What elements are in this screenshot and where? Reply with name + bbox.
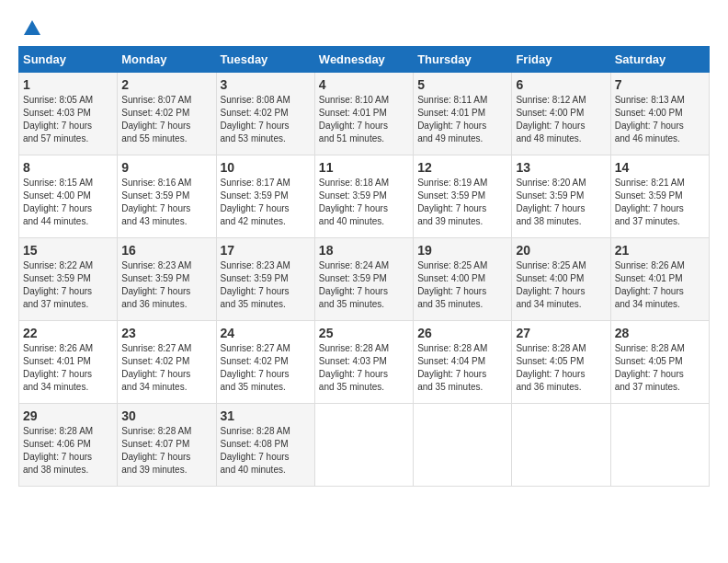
- day-number: 30: [121, 408, 211, 423]
- calendar-cell: 28Sunrise: 8:28 AM Sunset: 4:05 PM Dayli…: [610, 321, 709, 404]
- day-number: 10: [221, 160, 311, 175]
- day-number: 12: [417, 160, 507, 175]
- calendar-cell: 1Sunrise: 8:05 AM Sunset: 4:03 PM Daylig…: [19, 73, 118, 155]
- day-info: Sunrise: 8:28 AM Sunset: 4:08 PM Dayligh…: [221, 425, 311, 477]
- calendar-cell: 5Sunrise: 8:11 AM Sunset: 4:01 PM Daylig…: [414, 73, 512, 155]
- day-info: Sunrise: 8:10 AM Sunset: 4:01 PM Dayligh…: [319, 94, 409, 145]
- day-number: 8: [23, 160, 113, 175]
- day-info: Sunrise: 8:25 AM Sunset: 4:00 PM Dayligh…: [516, 259, 606, 311]
- day-number: 23: [121, 326, 211, 340]
- day-info: Sunrise: 8:11 AM Sunset: 4:01 PM Dayligh…: [417, 94, 507, 145]
- calendar-table: SundayMondayTuesdayWednesdayThursdayFrid…: [18, 46, 710, 487]
- day-number: 16: [121, 243, 211, 258]
- day-number: 24: [221, 326, 311, 340]
- day-info: Sunrise: 8:28 AM Sunset: 4:05 PM Dayligh…: [516, 342, 606, 394]
- day-number: 6: [516, 77, 606, 92]
- header-cell-wednesday: Wednesday: [314, 47, 413, 73]
- calendar-cell: 27Sunrise: 8:28 AM Sunset: 4:05 PM Dayli…: [512, 321, 610, 404]
- day-info: Sunrise: 8:13 AM Sunset: 4:00 PM Dayligh…: [615, 94, 705, 145]
- day-info: Sunrise: 8:19 AM Sunset: 3:59 PM Dayligh…: [417, 177, 507, 228]
- day-number: 19: [417, 243, 507, 258]
- day-number: 5: [417, 77, 507, 92]
- header-cell-friday: Friday: [512, 47, 610, 73]
- calendar-cell: 11Sunrise: 8:18 AM Sunset: 3:59 PM Dayli…: [314, 155, 413, 238]
- day-info: Sunrise: 8:27 AM Sunset: 4:02 PM Dayligh…: [221, 342, 311, 394]
- day-number: 15: [23, 243, 113, 258]
- day-info: Sunrise: 8:28 AM Sunset: 4:06 PM Dayligh…: [23, 425, 113, 477]
- calendar-cell: 23Sunrise: 8:27 AM Sunset: 4:02 PM Dayli…: [118, 321, 216, 404]
- calendar-cell: 22Sunrise: 8:26 AM Sunset: 4:01 PM Dayli…: [19, 321, 118, 404]
- calendar-cell: 6Sunrise: 8:12 AM Sunset: 4:00 PM Daylig…: [512, 73, 610, 155]
- day-number: 29: [23, 408, 113, 423]
- day-number: 31: [221, 408, 311, 423]
- calendar-cell: 26Sunrise: 8:28 AM Sunset: 4:04 PM Dayli…: [414, 321, 512, 404]
- day-info: Sunrise: 8:28 AM Sunset: 4:07 PM Dayligh…: [121, 425, 211, 477]
- calendar-week-row: 29Sunrise: 8:28 AM Sunset: 4:06 PM Dayli…: [19, 404, 710, 487]
- day-info: Sunrise: 8:20 AM Sunset: 3:59 PM Dayligh…: [516, 177, 606, 228]
- calendar-cell: 31Sunrise: 8:28 AM Sunset: 4:08 PM Dayli…: [216, 404, 314, 487]
- calendar-cell: 3Sunrise: 8:08 AM Sunset: 4:02 PM Daylig…: [216, 73, 314, 155]
- calendar-cell: [414, 404, 512, 487]
- day-info: Sunrise: 8:12 AM Sunset: 4:00 PM Dayligh…: [516, 94, 606, 145]
- header-cell-thursday: Thursday: [414, 47, 512, 73]
- calendar-cell: 17Sunrise: 8:23 AM Sunset: 3:59 PM Dayli…: [216, 238, 314, 321]
- calendar-cell: [314, 404, 413, 487]
- day-info: Sunrise: 8:18 AM Sunset: 3:59 PM Dayligh…: [319, 177, 409, 228]
- calendar-week-row: 15Sunrise: 8:22 AM Sunset: 3:59 PM Dayli…: [19, 238, 710, 321]
- day-number: 9: [121, 160, 211, 175]
- day-number: 27: [516, 326, 606, 340]
- day-number: 13: [516, 160, 606, 175]
- header-cell-tuesday: Tuesday: [216, 47, 314, 73]
- calendar-cell: 14Sunrise: 8:21 AM Sunset: 3:59 PM Dayli…: [610, 155, 709, 238]
- calendar-cell: [512, 404, 610, 487]
- header-cell-monday: Monday: [118, 47, 216, 73]
- day-info: Sunrise: 8:26 AM Sunset: 4:01 PM Dayligh…: [23, 342, 113, 394]
- day-info: Sunrise: 8:08 AM Sunset: 4:02 PM Dayligh…: [221, 94, 311, 145]
- day-info: Sunrise: 8:27 AM Sunset: 4:02 PM Dayligh…: [121, 342, 211, 394]
- day-info: Sunrise: 8:25 AM Sunset: 4:00 PM Dayligh…: [417, 259, 507, 311]
- logo-icon: [22, 18, 42, 39]
- calendar-cell: 9Sunrise: 8:16 AM Sunset: 3:59 PM Daylig…: [118, 155, 216, 238]
- calendar-cell: 13Sunrise: 8:20 AM Sunset: 3:59 PM Dayli…: [512, 155, 610, 238]
- day-info: Sunrise: 8:22 AM Sunset: 3:59 PM Dayligh…: [23, 259, 113, 311]
- day-info: Sunrise: 8:21 AM Sunset: 3:59 PM Dayligh…: [615, 177, 705, 228]
- calendar-cell: 25Sunrise: 8:28 AM Sunset: 4:03 PM Dayli…: [314, 321, 413, 404]
- day-number: 22: [23, 326, 113, 340]
- logo: [18, 18, 42, 39]
- calendar-cell: 8Sunrise: 8:15 AM Sunset: 4:00 PM Daylig…: [19, 155, 118, 238]
- calendar-cell: 30Sunrise: 8:28 AM Sunset: 4:07 PM Dayli…: [118, 404, 216, 487]
- day-number: 4: [319, 77, 409, 92]
- day-number: 18: [319, 243, 409, 258]
- calendar-week-row: 22Sunrise: 8:26 AM Sunset: 4:01 PM Dayli…: [19, 321, 710, 404]
- day-number: 28: [615, 326, 705, 340]
- day-info: Sunrise: 8:26 AM Sunset: 4:01 PM Dayligh…: [615, 259, 705, 311]
- page-header: [18, 18, 710, 39]
- day-info: Sunrise: 8:17 AM Sunset: 3:59 PM Dayligh…: [221, 177, 311, 228]
- day-info: Sunrise: 8:23 AM Sunset: 3:59 PM Dayligh…: [221, 259, 311, 311]
- day-number: 1: [23, 77, 113, 92]
- calendar-cell: 4Sunrise: 8:10 AM Sunset: 4:01 PM Daylig…: [314, 73, 413, 155]
- svg-marker-0: [24, 20, 40, 35]
- calendar-cell: 24Sunrise: 8:27 AM Sunset: 4:02 PM Dayli…: [216, 321, 314, 404]
- day-info: Sunrise: 8:28 AM Sunset: 4:04 PM Dayligh…: [417, 342, 507, 394]
- day-info: Sunrise: 8:16 AM Sunset: 3:59 PM Dayligh…: [121, 177, 211, 228]
- day-number: 2: [121, 77, 211, 92]
- day-info: Sunrise: 8:07 AM Sunset: 4:02 PM Dayligh…: [121, 94, 211, 145]
- day-number: 25: [319, 326, 409, 340]
- day-number: 3: [221, 77, 311, 92]
- calendar-cell: 18Sunrise: 8:24 AM Sunset: 3:59 PM Dayli…: [314, 238, 413, 321]
- day-info: Sunrise: 8:28 AM Sunset: 4:05 PM Dayligh…: [615, 342, 705, 394]
- day-number: 21: [615, 243, 705, 258]
- day-info: Sunrise: 8:24 AM Sunset: 3:59 PM Dayligh…: [319, 259, 409, 311]
- header-cell-sunday: Sunday: [19, 47, 118, 73]
- calendar-cell: 12Sunrise: 8:19 AM Sunset: 3:59 PM Dayli…: [414, 155, 512, 238]
- calendar-cell: 29Sunrise: 8:28 AM Sunset: 4:06 PM Dayli…: [19, 404, 118, 487]
- day-info: Sunrise: 8:23 AM Sunset: 3:59 PM Dayligh…: [121, 259, 211, 311]
- header-row: SundayMondayTuesdayWednesdayThursdayFrid…: [19, 47, 710, 73]
- day-number: 11: [319, 160, 409, 175]
- calendar-cell: 2Sunrise: 8:07 AM Sunset: 4:02 PM Daylig…: [118, 73, 216, 155]
- calendar-cell: 16Sunrise: 8:23 AM Sunset: 3:59 PM Dayli…: [118, 238, 216, 321]
- day-number: 17: [221, 243, 311, 258]
- day-number: 7: [615, 77, 705, 92]
- header-cell-saturday: Saturday: [610, 47, 709, 73]
